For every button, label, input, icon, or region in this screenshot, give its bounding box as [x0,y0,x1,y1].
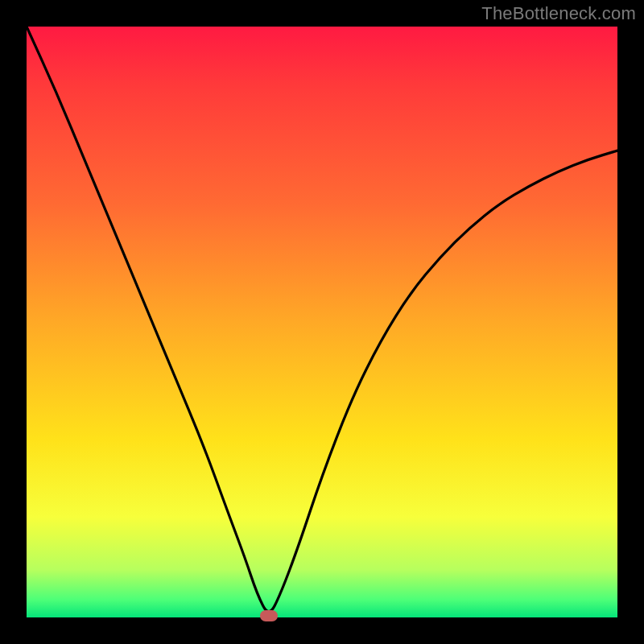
optimum-marker [260,610,278,621]
chart-frame: TheBottleneck.com [0,0,644,644]
plot-area [27,27,617,617]
bottleneck-curve [27,27,617,617]
watermark-text: TheBottleneck.com [481,3,636,24]
